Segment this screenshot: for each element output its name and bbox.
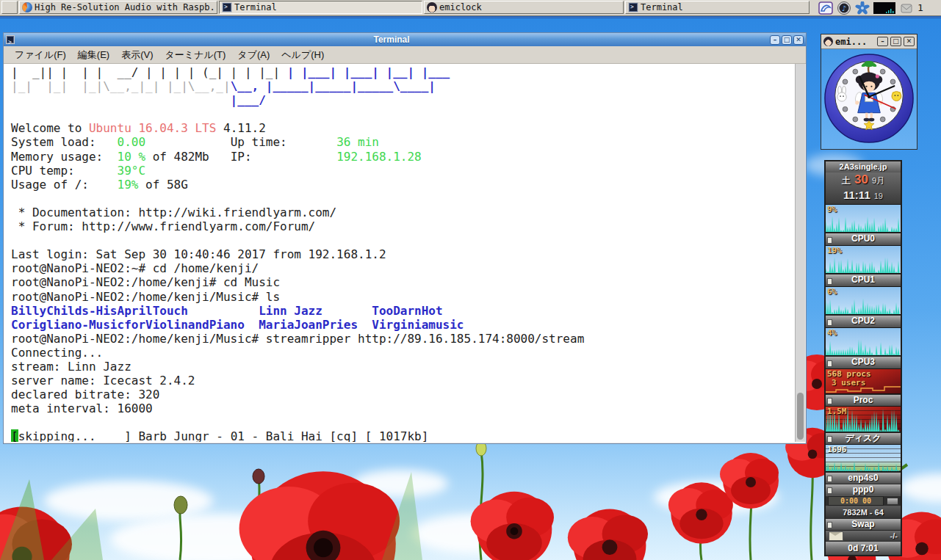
cpu-label-cpu1[interactable]: CPU1 [826,274,901,286]
terminal-text: of 58G [138,178,187,192]
terminal-output[interactable]: | _|| | | | __/ | | | | (_| | | |_| | |_… [4,64,795,442]
mail-icon[interactable] [899,1,914,15]
terminal-scrollbar[interactable] [795,64,805,442]
firefox-icon [22,2,32,12]
terminal-text: * Forum: http://www.friendlyarm.com/Foru… [11,219,315,233]
gkrellm-hostname[interactable]: 2A3single.jp [826,161,901,172]
cpu-label-cpu2[interactable]: CPU2 [826,315,901,327]
anime-clock-face[interactable] [823,50,915,147]
cpu-label-cpu3[interactable]: CPU3 [826,356,901,368]
terminal-text: CPU temp: [11,164,118,178]
taskbar-button-terminal[interactable]: Terminal [219,1,422,14]
close-button[interactable]: ✕ [793,35,804,45]
drawing-app-icon[interactable] [818,1,833,15]
terminal-cursor: [ [11,429,18,442]
uptime-display: 0d 7:01 [826,541,901,555]
terminal-text: 19% [118,178,139,192]
ppp-timer-panel: 0:00 00 [826,495,901,506]
terminal-text: Usage of /: [11,178,118,192]
terminal-text: meta interval: 16000 [11,401,153,415]
terminal-text: System load: [11,135,118,149]
net-chart[interactable]: 1696 [826,444,901,472]
taskbar-button-high-re-solution-audio-w[interactable]: High Re-Solution Audio with Raspb... [19,1,217,14]
menu-item[interactable]: 編集(E) [73,47,115,63]
desktop-root: { "taskbar": { "start_label": "", "butto… [0,0,941,560]
menu-item[interactable]: タブ(A) [232,47,275,63]
terminal-line: |___/ [11,93,795,107]
swap-label[interactable]: Swap [826,518,901,530]
terminal-line: |_| |_| |_|\__,_|_| |_|\__,_|\__, |_____… [11,79,795,93]
workspace-indicator[interactable]: 1 [917,2,923,13]
task-button-label: Terminal [234,2,277,12]
taskbar-button-emiclock[interactable]: emiclock [424,1,624,14]
cpu-chart-cpu0[interactable]: 9% [826,204,901,233]
terminal-titlebar[interactable]: Terminal – □ ✕ [4,33,806,46]
terminal-line [11,415,795,429]
terminal-line: * Forum: http://www.friendlyarm.com/Foru… [11,219,795,233]
terminal-line: root@NanoPi-NEO2:/home/kenji/Music# ls [11,290,795,304]
terminal-line: Memory usage: 10 % of 482Mb IP: 192.168.… [11,150,795,164]
minimize-button[interactable]: – [877,37,888,46]
terminal-text: BillyChilds-HisAprilTouch Linn Jazz TooD… [11,304,443,318]
close-button[interactable]: ✕ [904,37,915,46]
net-activity-graph [826,459,901,471]
cpu-label-cpu0[interactable]: CPU0 [826,233,901,245]
menu-item[interactable]: ヘルプ(H) [276,47,329,63]
net-interface-label[interactable]: enp4s0 [826,472,901,484]
terminal-line: Welcome to Ubuntu 16.04.3 LTS 4.11.2 [11,121,795,135]
pinwheel-icon[interactable] [855,1,870,15]
terminal-text: 192.168.1.28 [336,150,422,164]
emiclock-window: emi... – □ ✕ [821,34,917,150]
terminal-text: root@NanoPi-NEO2:/home/kenji# cd Music [11,275,280,289]
maximize-button[interactable]: □ [890,37,901,46]
maximize-button[interactable]: □ [782,35,792,45]
terminal-line: [skipping... ] Barb Jungr - 01 - Bali Ha… [11,429,795,442]
emiclock-icon [427,2,437,12]
terminal-line [11,192,795,206]
terminal-text: * Documentation: http://wiki.friendlyarm… [11,206,336,219]
window-title: emi... [835,37,875,47]
menu-item[interactable]: 表示(V) [116,47,158,63]
scrollbar-thumb[interactable] [797,393,804,440]
proc-chart[interactable]: 568 procs 3 users [826,368,901,394]
net-monitor-icon[interactable] [873,1,895,15]
cpu-usage-value: 19% [827,246,842,255]
proc-label[interactable]: Proc [826,394,901,406]
hamster-marker [892,92,901,101]
ppp-timer-display: 0:00 00 [828,496,884,506]
terminal-text: of 482Mb IP: [145,150,336,164]
gkrellm-calendar[interactable]: 土 30 9月 11:11 19 [826,172,901,204]
cpu-chart-cpu2[interactable]: 6% [826,286,901,315]
clock-seconds: 19 [874,192,883,200]
music-player-icon[interactable]: ♪ [837,1,851,15]
start-button[interactable] [1,1,18,14]
terminal-text: declared bitrate: 320 [11,388,159,401]
terminal-line: System load: 0.00 Up time: 36 min [11,135,795,149]
ppp-connect-button[interactable] [887,498,898,505]
terminal-text: Ubuntu 16.04.3 LTS [89,121,216,135]
terminal-text: server name: Icecast 2.4.2 [11,374,195,388]
terminal-text: root@NanoPi-NEO2:/home/kenji/Music# ls [11,290,280,304]
terminal-line: root@NanoPi-NEO2:/home/kenji# cd Music [11,275,795,289]
disk-label[interactable]: ディスク [826,432,901,444]
menu-item[interactable]: ターミナル(T) [160,47,231,63]
minimize-button[interactable]: – [770,35,780,45]
cpu-activity-graph [826,214,901,232]
menu-item[interactable]: ファイル(F) [10,47,71,63]
window-title: Terminal [15,34,768,45]
memory-meter[interactable]: 7832M - 64 [826,506,901,518]
emiclock-titlebar[interactable]: emi... – □ ✕ [821,34,917,49]
net-total: 1696 [827,445,847,454]
terminal-text: Connecting... [11,346,103,360]
cpu-chart-cpu1[interactable]: 19% [826,245,901,274]
disk-chart[interactable]: 1.5M [826,406,901,432]
ppp-interface-label[interactable]: ppp0 [826,484,901,495]
taskbar-button-terminal[interactable]: Terminal [625,1,810,14]
terminal-line: root@NanoPi-NEO2:~# cd /home/kenji/ [11,261,795,275]
mailbox-monitor[interactable]: -/- [826,530,901,541]
terminal-line: stream: Linn Jazz [11,360,795,374]
terminal-window: Terminal – □ ✕ ファイル(F)編集(E)表示(V)ターミナル(T)… [3,32,807,444]
terminal-text: root@NanoPi-NEO2:/home/kenji/Music# stre… [11,332,584,346]
mail-count: -/- [848,531,898,540]
cpu-chart-cpu3[interactable]: 4% [826,327,901,356]
